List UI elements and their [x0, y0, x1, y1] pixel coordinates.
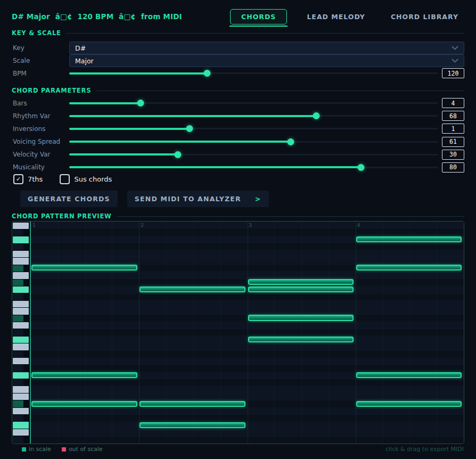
slider-thumb[interactable]	[288, 138, 294, 145]
midi-note[interactable]	[356, 372, 462, 378]
inversions-slider[interactable]	[69, 124, 438, 133]
midi-note[interactable]	[248, 337, 354, 342]
piano-key-white	[13, 308, 29, 314]
key-select-value: D#	[75, 44, 86, 52]
arrow-right-icon: >	[255, 195, 261, 203]
midi-note[interactable]	[139, 286, 245, 292]
unchecked-checkbox-icon[interactable]	[60, 174, 70, 184]
piano-key-black	[13, 293, 23, 300]
slider-thumb[interactable]	[174, 151, 181, 158]
beat-line	[409, 222, 410, 444]
send-midi-button[interactable]: SEND MIDI TO ANALYZER >	[127, 191, 269, 207]
sus-chords-checkbox[interactable]: Sus chords	[60, 174, 112, 184]
voicing-spread-value[interactable]: 61	[442, 137, 464, 147]
piano-key-white-hl	[13, 236, 29, 243]
bpm-label: BPM	[12, 70, 69, 77]
musicality-slider[interactable]	[69, 163, 438, 172]
bpm-slider[interactable]	[69, 69, 438, 78]
slider-thumb[interactable]	[204, 70, 211, 77]
slider-fill	[69, 128, 190, 130]
key-select[interactable]: D#	[69, 42, 464, 54]
tab-lead-melody[interactable]: LEAD MELODY	[301, 9, 371, 24]
7ths-checkbox-label: 7ths	[28, 175, 43, 183]
scale-select[interactable]: Major	[69, 54, 464, 67]
chord-parameters-section-header: CHORD PARAMETERS	[12, 87, 464, 94]
transport-summary: D# Major â□¢ 120 BPM â□¢ from MIDI	[12, 12, 182, 21]
bar-line	[139, 222, 139, 444]
inversions-value[interactable]: 1	[442, 124, 464, 134]
slider-thumb[interactable]	[358, 164, 365, 171]
velocity-var-slider[interactable]	[69, 150, 438, 159]
note-grid[interactable]: 1234	[30, 222, 464, 444]
scale-label: Scale	[12, 57, 69, 64]
bars-slider[interactable]	[69, 99, 438, 108]
piano-key-white	[13, 386, 29, 392]
midi-note[interactable]	[139, 422, 245, 428]
piano-key-white	[13, 301, 29, 307]
bars-label: Bars	[12, 100, 69, 107]
slider-thumb[interactable]	[186, 125, 193, 132]
beat-line	[220, 222, 221, 444]
beat-line	[329, 222, 329, 444]
rhythm-var-value[interactable]: 68	[442, 111, 464, 121]
bpm-value[interactable]: 120	[442, 68, 464, 78]
piano-key-black-hl	[13, 265, 23, 272]
bar-number: 2	[141, 223, 143, 228]
rhythm-var-label: Rhythm Var	[12, 112, 69, 120]
key-scale-section-header: KEY & SCALE	[12, 29, 464, 37]
beat-line	[58, 222, 59, 444]
voicing-spread-label: Voicing Spread	[12, 138, 69, 145]
checked-checkbox-icon[interactable]: ✓	[13, 174, 23, 184]
midi-note[interactable]	[139, 401, 245, 407]
scale-select-value: Major	[75, 57, 94, 65]
tab-bar: CHORDSLEAD MELODYCHORD LIBRARY	[230, 9, 464, 24]
slider-fill	[69, 166, 361, 168]
midi-note[interactable]	[356, 401, 462, 407]
midi-note[interactable]	[248, 286, 354, 292]
piano-keyboard	[12, 222, 30, 444]
slider-thumb[interactable]	[313, 112, 320, 119]
slider-fill	[69, 72, 207, 75]
slider-thumb[interactable]	[137, 100, 144, 106]
piano-key-white	[13, 394, 29, 400]
out-of-scale-label: out of scale	[69, 446, 103, 453]
generate-chords-button[interactable]: GENERATE CHORDS	[20, 191, 118, 207]
chevron-down-icon	[452, 59, 458, 63]
legend: in scale out of scale click & drag to ex…	[22, 446, 464, 453]
midi-note[interactable]	[31, 265, 137, 271]
piano-key-black-hl	[13, 315, 23, 322]
chord-options: ✓7thsSus chords	[13, 174, 112, 184]
preview-section-title: CHORD PATTERN PREVIEW	[12, 212, 112, 220]
key-label: Key	[12, 44, 69, 52]
velocity-var-row: Velocity Var30	[12, 150, 464, 159]
piano-key-white	[13, 343, 29, 350]
voicing-spread-slider[interactable]	[69, 137, 438, 146]
midi-note[interactable]	[248, 315, 354, 321]
generate-chords-label: GENERATE CHORDS	[28, 195, 110, 203]
piano-key-black	[13, 379, 23, 386]
piano-key-white	[13, 251, 29, 257]
rhythm-var-slider[interactable]	[69, 111, 438, 120]
musicality-value[interactable]: 80	[442, 162, 464, 173]
midi-note[interactable]	[356, 265, 462, 271]
beat-line	[274, 222, 275, 444]
tab-chords[interactable]: CHORDS	[230, 9, 287, 24]
velocity-var-label: Velocity Var	[12, 151, 69, 158]
export-hint: click & drag to export MIDI	[385, 446, 464, 453]
bars-row: Bars4	[12, 99, 464, 108]
midi-note[interactable]	[356, 236, 462, 242]
midi-note[interactable]	[248, 279, 354, 285]
piano-key-white	[13, 272, 29, 278]
bars-value[interactable]: 4	[442, 98, 464, 108]
tab-chord-library[interactable]: CHORD LIBRARY	[385, 9, 464, 24]
midi-note[interactable]	[31, 372, 137, 378]
beat-line	[85, 222, 86, 444]
7ths-checkbox[interactable]: ✓7ths	[13, 174, 43, 184]
key-scale-section-title: KEY & SCALE	[12, 29, 61, 37]
velocity-var-value[interactable]: 30	[442, 150, 464, 160]
action-buttons: GENERATE CHORDS SEND MIDI TO ANALYZER >	[20, 191, 269, 207]
send-midi-label: SEND MIDI TO ANALYZER	[135, 195, 241, 203]
parameter-sliders: Bars4Rhythm Var68Inversions1Voicing Spre…	[12, 99, 464, 176]
midi-note[interactable]	[31, 401, 137, 407]
piano-key-black	[13, 436, 23, 442]
